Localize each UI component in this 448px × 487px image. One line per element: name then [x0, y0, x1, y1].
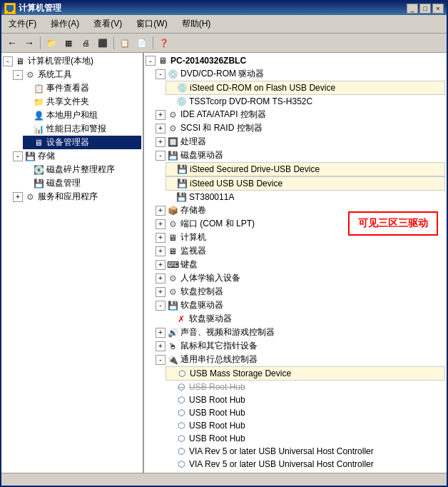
left-root-node: - 🖥 计算机管理(本地) - ⚙ 系统工具: [3, 54, 141, 204]
ide-row[interactable]: + ⚙ IDE ATA/ATAPI 控制器: [156, 108, 445, 121]
left-root-label: 计算机管理(本地): [28, 55, 93, 67]
diskmgmt-row[interactable]: 💾 磁盘管理: [23, 176, 141, 190]
sharedfolder-label: 共享文件夹: [46, 96, 89, 108]
menu-help[interactable]: 帮助(H): [178, 16, 215, 31]
dvd-row[interactable]: - 💿 DVD/CD-ROM 驱动器: [156, 67, 445, 81]
monitor-row[interactable]: + 🖥 监视器: [156, 244, 445, 258]
scsi-label: SCSI 和 RAID 控制器: [180, 122, 263, 134]
dvd-label: DVD/CD-ROM 驱动器: [180, 68, 264, 80]
via-uhc-3-row[interactable]: ⬡ VIA Rev 5 or later USB Universal Host …: [166, 471, 445, 473]
usb-root-hub-1-row[interactable]: ⬡ USB Root Hub: [166, 381, 445, 393]
menu-file[interactable]: 文件(F): [4, 16, 41, 31]
via-uhc-1-label: VIA Rev 5 or later USB Universal Host Co…: [189, 446, 374, 456]
via-uhc-3-label: VIA Rev 5 or later USB Universal Host Co…: [189, 472, 374, 473]
window-title: 计算机管理: [19, 2, 61, 14]
via-uhc-2-label: VIA Rev 5 or later USB Universal Host Co…: [189, 459, 374, 469]
right-panel: - 🖥 PC-20140326ZBLC - 💿 DVD/CD-ROM 驱动器: [144, 53, 447, 473]
export-button[interactable]: 📋: [117, 35, 133, 51]
st380011a-label: ST380011A: [189, 192, 234, 202]
eventviewer-row[interactable]: 📋 事件查看器: [23, 81, 141, 95]
via-uhc-1-row[interactable]: ⬡ VIA Rev 5 or later USB Universal Host …: [166, 445, 445, 458]
hid-row[interactable]: + ⚙ 人体学输入设备: [156, 271, 445, 285]
systools-label: 系统工具: [38, 69, 72, 81]
menu-window[interactable]: 窗口(W): [132, 16, 171, 31]
perflog-row[interactable]: 📊 性能日志和警报: [23, 122, 141, 136]
svg-rect-1: [8, 11, 12, 12]
usb-mass-storage-row[interactable]: ⬡ USB Mass Storage Device: [166, 366, 445, 381]
disk-row[interactable]: - 💾 磁盘驱动器: [156, 149, 445, 162]
grid-button[interactable]: ▦: [61, 35, 76, 51]
localusers-row[interactable]: 👤 本地用户和组: [23, 109, 141, 122]
dvd-section: - 💿 DVD/CD-ROM 驱动器 1-CROM 2-安全区 3-普通区: [156, 67, 445, 108]
usb-root-hub-5-row[interactable]: ⬡ USB Root Hub: [166, 432, 445, 445]
isteed-secured-label: iSteed Secured Drive-USB Device: [190, 164, 320, 174]
floppy-child-row[interactable]: ✗ 软盘驱动器: [166, 312, 445, 326]
systools-row[interactable]: - ⚙ 系统工具: [13, 68, 141, 81]
storage-row[interactable]: - 💾 存储: [13, 149, 141, 163]
port-label: 端口 (COM 和 LPT): [180, 218, 255, 230]
isteed-usb-label: iSteed USB USB Device: [190, 179, 282, 189]
floppyctrl-row[interactable]: + ⚙ 软盘控制器: [156, 285, 445, 298]
systools-node: - ⚙ 系统工具 📋 事件查看器 �: [13, 68, 141, 149]
tsstcorp-row[interactable]: 💿 TSSTcorp DVD-ROM TS-H352C: [166, 95, 445, 108]
properties-button[interactable]: ⬛: [95, 35, 111, 51]
usb-root-hub-4-row[interactable]: ⬡ USB Root Hub: [166, 419, 445, 432]
maximize-button[interactable]: □: [419, 4, 431, 14]
keyboard-label: 键盘: [180, 258, 198, 271]
usb-root-hub-1-label: USB Root Hub: [189, 382, 245, 392]
perflog-label: 性能日志和警报: [46, 123, 106, 135]
usb-root-hub-3-row[interactable]: ⬡ USB Root Hub: [166, 406, 445, 419]
diskdefrag-row[interactable]: 💽 磁盘碎片整理程序: [23, 163, 141, 176]
back-button[interactable]: ←: [4, 35, 20, 51]
pc-root-row[interactable]: - 🖥 PC-20140326ZBLC: [146, 54, 445, 67]
services-node: + ⚙ 服务和应用程序: [13, 190, 141, 204]
window: 计算机管理 _ □ × 文件(F) 操作(A) 查看(V) 窗口(W) 帮助(H…: [0, 0, 448, 487]
sharedfolder-row[interactable]: 📁 共享文件夹: [23, 95, 141, 109]
st380011a-row[interactable]: 💾 ST380011A: [166, 191, 445, 204]
keyboard-row[interactable]: + ⌨ 键盘: [156, 258, 445, 271]
menu-view[interactable]: 查看(V): [89, 16, 126, 31]
usb-root-hub-2-row[interactable]: ⬡ USB Root Hub: [166, 393, 445, 406]
menubar: 文件(F) 操作(A) 查看(V) 窗口(W) 帮助(H): [1, 15, 447, 34]
usb-root-hub-2-label: USB Root Hub: [189, 395, 245, 405]
main-content: - 🖥 计算机管理(本地) - ⚙ 系统工具: [1, 53, 447, 473]
floppydrv-row[interactable]: - 💾 软盘驱动器: [156, 298, 445, 312]
menu-action[interactable]: 操作(A): [46, 16, 83, 31]
pc-root-label: PC-20140326ZBLC: [170, 56, 246, 66]
import-button[interactable]: 📄: [134, 35, 150, 51]
usb-section: - 🔌 通用串行总线控制器 ⬡ USB Mass Storage Device: [156, 353, 445, 473]
svg-rect-0: [6, 5, 14, 11]
localusers-label: 本地用户和组: [46, 109, 98, 121]
storage-label: 存储: [38, 150, 55, 162]
help-button[interactable]: ❓: [156, 35, 172, 51]
usb-root-hub-3-label: USB Root Hub: [189, 408, 245, 418]
via-uhc-2-row[interactable]: ⬡ VIA Rev 5 or later USB Universal Host …: [166, 458, 445, 471]
ide-label: IDE ATA/ATAPI 控制器: [180, 109, 266, 121]
services-row[interactable]: + ⚙ 服务和应用程序: [13, 190, 141, 204]
mouse-row[interactable]: + 🖱 鼠标和其它指针设备: [156, 339, 445, 353]
floppy-child-label: 软盘驱动器: [189, 313, 232, 325]
scsi-row[interactable]: + ⚙ SCSI 和 RAID 控制器: [156, 121, 445, 135]
sound-row[interactable]: + 🔊 声音、视频和游戏控制器: [156, 326, 445, 339]
annotation-box-2: 可见三区三驱动: [348, 211, 438, 236]
usb-ctrl-row[interactable]: - 🔌 通用串行总线控制器: [156, 353, 445, 366]
storagevol-label: 存储卷: [180, 204, 206, 216]
disk-label: 磁盘驱动器: [180, 149, 223, 161]
services-label: 服务和应用程序: [38, 191, 98, 203]
usb-root-hub-5-label: USB Root Hub: [189, 433, 245, 443]
usb-root-hub-4-label: USB Root Hub: [189, 421, 245, 431]
isteed-cdrom-row[interactable]: 💿 iSteed CD-ROM on Flash USB Device: [166, 81, 445, 95]
disk-section: - 💾 磁盘驱动器 💾 iSteed Secured Drive-USB Dev…: [156, 149, 445, 204]
app-icon: [4, 3, 16, 14]
devmgr-row[interactable]: 🖥 设备管理器: [23, 136, 141, 149]
print-button[interactable]: 🖨: [78, 35, 93, 51]
isteed-secured-row[interactable]: 💾 iSteed Secured Drive-USB Device: [166, 162, 445, 176]
forward-button[interactable]: →: [21, 35, 37, 51]
isteed-usb-row[interactable]: 💾 iSteed USB USB Device: [166, 176, 445, 191]
eventviewer-label: 事件查看器: [46, 82, 89, 94]
left-root-row[interactable]: - 🖥 计算机管理(本地): [3, 54, 141, 68]
minimize-button[interactable]: _: [407, 4, 418, 14]
up-button[interactable]: 📁: [44, 35, 59, 51]
close-button[interactable]: ×: [432, 4, 444, 14]
processor-row[interactable]: + 🔲 处理器: [156, 135, 445, 149]
